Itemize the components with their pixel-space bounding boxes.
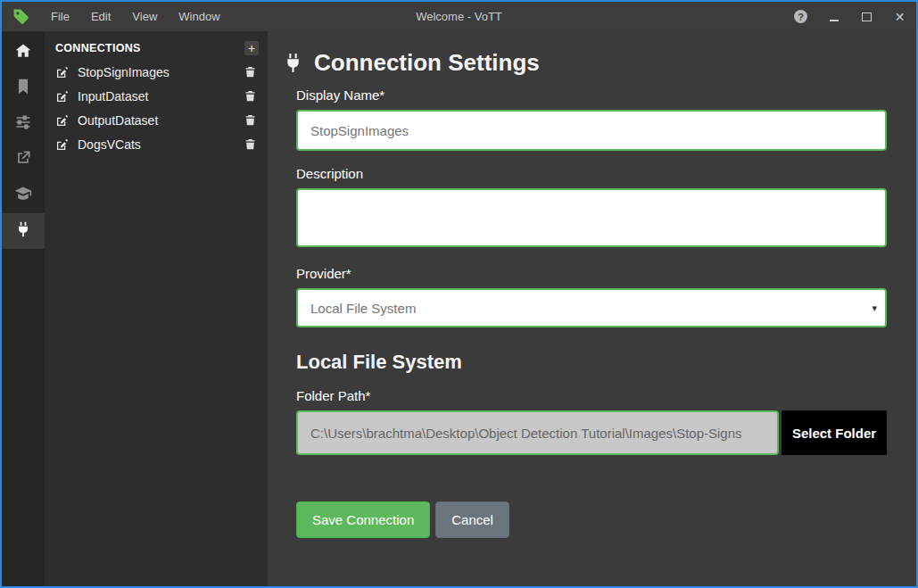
connection-list-item[interactable]: StopSignImages [45, 60, 268, 84]
sidebar-item-export[interactable] [2, 142, 45, 178]
chevron-down-icon: ▾ [872, 302, 877, 314]
bookmark-icon [14, 78, 32, 99]
connection-list-item[interactable]: OutputDataset [45, 108, 268, 132]
titlebar: File Edit View Window Welcome - VoTT ? ✕ [2, 2, 916, 31]
provider-selected-value: Local File System [310, 301, 416, 316]
connections-header-title: CONNECTIONS [55, 42, 244, 54]
external-link-icon [14, 149, 32, 170]
connection-form: Display Name* Description Provider* Loca… [296, 87, 887, 538]
delete-connection-icon[interactable] [244, 89, 257, 103]
minimize-button[interactable] [817, 2, 850, 31]
connection-name: DogsVCats [78, 137, 244, 152]
main-content: Connection Settings Display Name* Descri… [268, 31, 916, 586]
select-folder-button[interactable]: Select Folder [782, 410, 887, 455]
sidebar-item-active-learning[interactable] [2, 178, 45, 213]
page-title: Connection Settings [282, 49, 887, 77]
sidebar-item-settings[interactable] [2, 106, 45, 142]
sidebar-item-home[interactable] [2, 35, 45, 70]
window-title: Welcome - VoTT [416, 10, 502, 23]
description-label: Description [296, 166, 887, 181]
close-button[interactable]: ✕ [883, 2, 916, 31]
provider-section-heading: Local File System [296, 351, 887, 374]
vott-window: File Edit View Window Welcome - VoTT ? ✕ [0, 0, 918, 588]
edit-icon [55, 89, 70, 104]
save-connection-button[interactable]: Save Connection [296, 501, 430, 538]
menu-view[interactable]: View [121, 2, 168, 31]
provider-select[interactable]: Local File System ▾ [296, 288, 887, 327]
cancel-button[interactable]: Cancel [435, 501, 509, 538]
folder-path-input[interactable] [296, 410, 779, 455]
app-logo-tag-icon [12, 8, 29, 25]
form-actions: Save Connection Cancel [296, 501, 887, 538]
edit-icon [55, 137, 70, 152]
delete-connection-icon[interactable] [244, 137, 257, 151]
display-name-input[interactable] [296, 110, 887, 151]
edit-icon [55, 65, 70, 79]
maximize-button[interactable] [850, 2, 883, 31]
app-body: CONNECTIONS + StopSignImages InputDatase… [2, 31, 916, 586]
sliders-icon [14, 113, 32, 135]
menu-edit[interactable]: Edit [80, 2, 121, 31]
window-controls: ? ✕ [784, 2, 916, 31]
help-icon: ? [794, 10, 807, 23]
delete-connection-icon[interactable] [244, 65, 257, 79]
connections-panel: CONNECTIONS + StopSignImages InputDatase… [45, 31, 268, 586]
sidebar-item-bookmarks[interactable] [2, 70, 45, 106]
delete-connection-icon[interactable] [244, 113, 257, 127]
folder-path-label: Folder Path* [296, 388, 887, 403]
page-title-text: Connection Settings [314, 49, 540, 77]
menu-bar: File Edit View Window [40, 2, 231, 31]
sidebar-item-connections[interactable] [2, 213, 45, 249]
maximize-icon [862, 12, 872, 21]
sidebar [2, 31, 45, 586]
provider-label: Provider* [296, 266, 887, 281]
plug-icon [282, 52, 304, 74]
connection-name: OutputDataset [78, 113, 244, 128]
description-input[interactable] [296, 188, 887, 247]
connection-name: InputDataset [78, 89, 244, 104]
home-icon [14, 42, 32, 63]
edit-icon [55, 113, 70, 128]
add-connection-button[interactable]: + [244, 41, 259, 55]
graduation-cap-icon [14, 185, 32, 206]
minimize-icon [830, 20, 839, 21]
connection-list-item[interactable]: DogsVCats [45, 132, 268, 156]
plug-icon [14, 220, 32, 242]
display-name-label: Display Name* [296, 87, 887, 103]
connection-name: StopSignImages [78, 65, 244, 79]
help-button[interactable]: ? [784, 2, 817, 31]
connection-list-item[interactable]: InputDataset [45, 84, 268, 108]
menu-window[interactable]: Window [168, 2, 230, 31]
connections-header: CONNECTIONS + [45, 37, 268, 60]
menu-file[interactable]: File [40, 2, 80, 31]
